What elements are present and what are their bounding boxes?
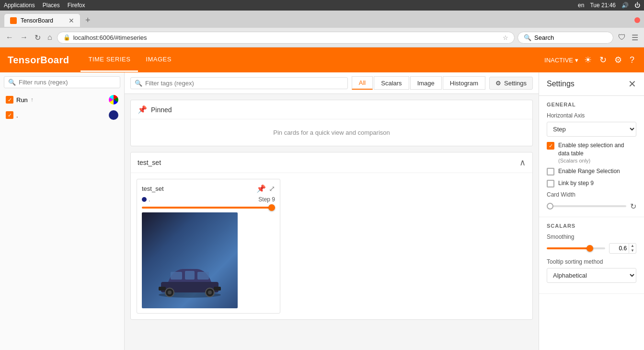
sort-icon[interactable]: ↑ (31, 96, 34, 103)
horizontal-axis-select[interactable]: Step Relative Wall (547, 122, 636, 137)
palette-icon[interactable] (109, 95, 118, 105)
smoothing-slider[interactable] (547, 247, 605, 249)
settings-close-button[interactable]: ✕ (628, 78, 636, 90)
settings-panel-title: Settings (547, 80, 575, 88)
smoothing-value-input[interactable]: 0.6 ▲ ▼ (609, 243, 636, 254)
card-header: test_set 📌 ⤢ (142, 184, 275, 193)
smoothing-thumb (586, 245, 593, 252)
menu-button[interactable]: ☰ (630, 31, 640, 44)
run-checkbox[interactable]: ✓ (6, 96, 13, 104)
card-width-thumb (547, 203, 553, 210)
theme-icon[interactable]: ☀ (582, 53, 594, 67)
lock-icon: 🔒 (63, 34, 70, 41)
new-tab-button[interactable]: + (82, 15, 93, 25)
os-bar: Applications Places Firefox en Tue 21:46… (0, 0, 644, 11)
forward-button[interactable]: → (18, 31, 30, 44)
browser-tab[interactable]: TensorBoard ✕ (4, 13, 80, 27)
sidebar-search-icon: 🔍 (8, 79, 16, 86)
enable-step-row: ✓ Enable step selection and data table (… (547, 141, 636, 163)
search-placeholder: Search (534, 34, 554, 41)
sidebar-search[interactable]: 🔍 (4, 76, 120, 88)
collapse-icon[interactable]: ∧ (519, 157, 526, 168)
run-item-checkbox[interactable]: ✓ (6, 111, 13, 119)
app-nav: TIME SERIES IMAGES (80, 48, 179, 72)
enable-step-sub: (Scalars only) (558, 158, 636, 163)
slider-track (142, 207, 275, 209)
nav-images[interactable]: IMAGES (138, 48, 179, 72)
inactive-button[interactable]: INACTIVE ▾ (544, 57, 578, 64)
settings-button[interactable]: ⚙ Settings (489, 77, 533, 90)
browser-search[interactable]: 🔍 Search (518, 32, 613, 44)
back-button[interactable]: ← (4, 31, 15, 44)
run-row: ✓ . (4, 107, 120, 123)
run-dot (109, 110, 118, 120)
os-bar-left: Applications Places Firefox (4, 2, 85, 9)
run-indicator-label: . (149, 196, 150, 203)
svg-rect-8 (171, 272, 182, 280)
reload-icon[interactable]: ↻ (598, 53, 609, 67)
card-width-reset-icon[interactable]: ↻ (630, 202, 636, 211)
svg-rect-9 (185, 271, 195, 280)
tooltip-select[interactable]: Alphabetical (547, 268, 636, 283)
window-close[interactable] (634, 17, 640, 23)
settings-icon[interactable]: ⚙ (612, 53, 624, 67)
smoothing-spinners: ▲ ▼ (629, 244, 636, 253)
filter-all-button[interactable]: All (352, 76, 373, 90)
sidebar-filter-input[interactable] (19, 79, 116, 86)
os-places[interactable]: Places (43, 2, 60, 9)
app-header: TensorBoard TIME SERIES IMAGES INACTIVE … (0, 47, 644, 72)
run-header-text: Run (16, 96, 28, 104)
tab-close-button[interactable]: ✕ (69, 17, 74, 24)
smoothing-up-button[interactable]: ▲ (629, 244, 636, 248)
card-actions: 📌 ⤢ (256, 184, 275, 193)
shield-icon[interactable]: 🛡 (616, 31, 628, 44)
os-bar-right: en Tue 21:46 🔊 ⏻ (578, 2, 640, 9)
smoothing-input[interactable]: 0.6 (610, 244, 629, 253)
pinned-section: 📌 Pinned Pin cards for a quick view and … (130, 100, 533, 146)
filter-image-button[interactable]: Image (410, 76, 442, 90)
pin-card-icon[interactable]: 📌 (256, 184, 266, 193)
help-icon[interactable]: ? (628, 53, 636, 67)
tag-filter-input[interactable] (145, 80, 344, 87)
settings-btn-label: Settings (504, 80, 527, 87)
group-title: test_set (138, 159, 161, 166)
os-firefox[interactable]: Firefox (68, 2, 85, 9)
refresh-button[interactable]: ↻ (33, 31, 43, 44)
enable-range-checkbox[interactable] (547, 168, 554, 175)
enable-step-checkbox[interactable]: ✓ (547, 142, 554, 150)
card-width-slider[interactable] (547, 205, 626, 207)
main-content: 🔍 All Scalars Image Histogram ⚙ Settings… (125, 72, 539, 350)
card-run-dot: . (142, 196, 150, 203)
settings-panel-header: Settings ✕ (539, 72, 644, 96)
tag-filter-search[interactable]: 🔍 (130, 77, 348, 89)
inactive-label: INACTIVE (544, 57, 573, 64)
step-slider[interactable] (142, 207, 275, 209)
run-item-label: . (16, 112, 18, 119)
home-button[interactable]: ⌂ (46, 31, 54, 44)
filter-histogram-button[interactable]: Histogram (443, 76, 485, 90)
main-layout: 🔍 ✓ Run ↑ ✓ . 🔍 Al (0, 72, 644, 350)
link-step-checkbox[interactable] (547, 180, 554, 187)
os-power-icon: ⏻ (634, 2, 640, 9)
image-card: test_set 📌 ⤢ . Step 9 (137, 179, 280, 314)
os-apps[interactable]: Applications (4, 2, 35, 9)
filter-scalars-button[interactable]: Scalars (374, 76, 409, 90)
enable-step-label-group: Enable step selection and data table (Sc… (558, 141, 636, 163)
enable-range-label: Enable Range Selection (558, 167, 620, 175)
browser-chrome: TensorBoard ✕ + ← → ↻ ⌂ 🔒 localhost:6006… (0, 11, 644, 47)
browser-nav-right: 🛡 ☰ (616, 31, 640, 44)
smoothing-down-button[interactable]: ▼ (629, 248, 636, 253)
cards-area: test_set 📌 ⤢ . Step 9 (131, 173, 532, 319)
expand-card-icon[interactable]: ⤢ (269, 184, 275, 193)
bookmark-icon[interactable]: ☆ (503, 34, 508, 41)
scalars-section-title: SCALARS (547, 223, 636, 229)
pinned-title: Pinned (151, 106, 172, 114)
car-svg (156, 260, 223, 299)
card-title: test_set (142, 185, 164, 192)
pin-icon: 📌 (138, 105, 147, 114)
step-label: Step 9 (258, 196, 275, 203)
run-item: ✓ . (6, 111, 18, 119)
nav-time-series[interactable]: TIME SERIES (80, 48, 138, 72)
address-bar[interactable]: 🔒 localhost:6006/#timeseries ☆ (57, 32, 515, 44)
search-icon: 🔍 (524, 34, 531, 41)
